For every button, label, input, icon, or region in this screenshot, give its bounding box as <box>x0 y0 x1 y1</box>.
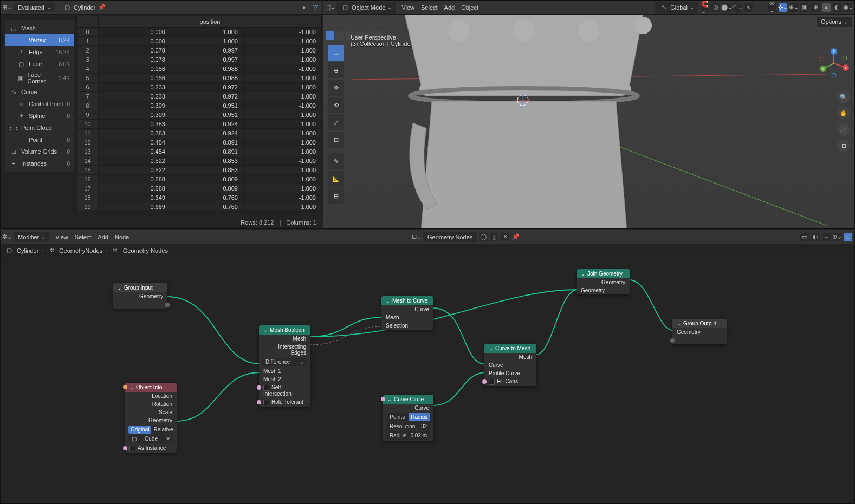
tree-type-dropdown[interactable]: Modifier <box>14 232 50 242</box>
pin-icon[interactable]: 📌 <box>511 233 520 241</box>
table-row[interactable]: 30.0780.9971.000 <box>77 55 322 64</box>
tree-mesh[interactable]: ⬚Mesh <box>5 22 74 34</box>
proportional-falloff-icon[interactable]: ⬤⌄ <box>722 3 731 12</box>
table-row[interactable]: 40.1560.988-1.000 <box>77 64 322 74</box>
menu-view[interactable]: View <box>52 232 72 242</box>
ne-opt1-icon[interactable]: ▭ <box>800 233 809 241</box>
menu-object[interactable]: Object <box>458 3 482 12</box>
shading-render-icon[interactable]: ◉⌄ <box>844 3 852 12</box>
transform-tool[interactable]: ⊡ <box>328 132 344 148</box>
sel-mode-1[interactable] <box>326 31 334 40</box>
table-row[interactable]: 170.5880.8091.000 <box>77 184 322 193</box>
tree-curve[interactable]: ∿Curve <box>5 86 74 98</box>
table-row[interactable]: 20.0780.997-1.000 <box>77 46 322 55</box>
unlink-icon[interactable]: ✕ <box>501 233 509 241</box>
menu-select[interactable]: Select <box>418 3 441 12</box>
breadcrumb-item[interactable]: GeometryNodes <box>59 247 102 254</box>
add-tool[interactable]: ⊞ <box>328 188 344 204</box>
table-row[interactable]: 130.4540.8911.000 <box>77 147 322 156</box>
camera-button[interactable]: 🎥 <box>837 123 850 136</box>
table-row[interactable]: 60.2330.972-1.000 <box>77 83 322 92</box>
eval-mode-dropdown[interactable]: Evaluated <box>14 3 55 12</box>
table-row[interactable]: 50.1560.9881.000 <box>77 74 322 83</box>
table-row[interactable]: 180.6490.760-1.000 <box>77 193 322 202</box>
breadcrumb-item[interactable]: Cylinder <box>17 247 38 254</box>
pan-button[interactable]: ✋ <box>837 107 850 120</box>
ne-opt3-icon[interactable]: ↔ <box>822 233 831 241</box>
node-curve-to-mesh[interactable]: Curve to Mesh Mesh Curve Profile Curve F… <box>484 344 536 386</box>
fake-shield-icon[interactable]: ◯ <box>479 233 488 241</box>
misc2-icon[interactable]: ∿ <box>744 3 753 12</box>
tree-edge[interactable]: /Edge16.2K <box>5 46 74 58</box>
menu-view[interactable]: View <box>398 3 418 12</box>
table-row[interactable]: 150.5220.8531.000 <box>77 166 322 175</box>
snap-icon[interactable]: 🧲⌄ <box>701 3 709 12</box>
breadcrumb-item[interactable]: Geometry Nodes <box>123 247 168 254</box>
table-row[interactable]: 140.5220.853-1.000 <box>77 156 322 166</box>
tree-instances[interactable]: +Instances0 <box>5 158 74 169</box>
ne-opt2-icon[interactable]: ◐ <box>811 233 820 241</box>
mode-dropdown[interactable]: ▢Object Mode <box>336 2 396 14</box>
orientation-dropdown[interactable]: ⤡Global <box>655 2 698 14</box>
tree-control-point[interactable]: ○Control Point0 <box>5 98 74 110</box>
xray-icon[interactable]: ▣ <box>800 3 809 12</box>
filter-icon[interactable]: ▽ <box>311 3 320 12</box>
editor-type-icon[interactable]: ⊞⌄ <box>3 3 11 12</box>
table-row[interactable]: 10.0001.0001.000 <box>77 37 322 46</box>
table-row[interactable]: 120.4540.891-1.000 <box>77 138 322 147</box>
shading-matprev-icon[interactable]: ◐ <box>833 3 841 12</box>
move-tool[interactable]: ✥ <box>328 80 344 96</box>
node-curve-circle[interactable]: Curve Circle Curve PointsRadius Resoluti… <box>383 395 433 441</box>
table-row[interactable]: 110.3830.9241.000 <box>77 129 322 138</box>
node-join-geometry[interactable]: Join Geometry Geometry Geometry <box>577 269 630 294</box>
ne-opt4-icon[interactable]: ⊕⌄ <box>833 233 841 241</box>
measure-tool[interactable]: 📐 <box>328 171 344 187</box>
node-object-info[interactable]: Object Info Location Rotation Scale Geom… <box>125 383 177 453</box>
table-row[interactable]: 100.3830.924-1.000 <box>77 120 322 129</box>
menu-add[interactable]: Add <box>94 232 112 242</box>
editor-type-icon[interactable]: ✲⌄ <box>3 233 11 241</box>
annotate-tool[interactable]: ✎ <box>328 153 344 169</box>
node-canvas[interactable]: Group Input Geometry Object Info Locatio… <box>1 257 854 503</box>
pin-icon[interactable]: 📌 <box>98 3 106 12</box>
tree-point[interactable]: ·Point0 <box>5 134 74 146</box>
node-mesh-to-curve[interactable]: Mesh to Curve Curve Mesh Selection <box>381 296 433 330</box>
rotate-tool[interactable]: ⟲ <box>328 97 344 113</box>
zoom-button[interactable]: 🔍 <box>837 90 850 103</box>
data-grid[interactable]: position00.0001.000-1.00010.0001.0001.00… <box>76 16 322 217</box>
menu-add[interactable]: Add <box>441 3 458 12</box>
table-row[interactable]: 190.6690.7601.000 <box>77 202 322 212</box>
tree-vertex[interactable]: ·Vertex8.2K <box>5 34 74 46</box>
sel-mode-2[interactable] <box>335 31 344 40</box>
browse-nodetree-icon[interactable]: ⊞⌄ <box>412 233 421 241</box>
overlay-icon[interactable]: ⊕⌄ <box>789 3 798 12</box>
menu-select[interactable]: Select <box>72 232 95 242</box>
select-tool[interactable]: ▭ <box>328 45 344 61</box>
tree-spline[interactable]: ✦Spline0 <box>5 110 74 122</box>
persp-button[interactable]: ⊞ <box>837 139 850 152</box>
scale-tool[interactable]: ⤢ <box>328 114 344 130</box>
ne-opt5-icon[interactable]: ⊙ <box>844 233 852 241</box>
node-mesh-boolean[interactable]: Mesh Boolean Mesh Intersecting Edges Dif… <box>259 325 310 407</box>
tree-point-cloud[interactable]: ⋮⋮Point Cloud <box>5 122 74 134</box>
visibility-icon[interactable]: 👁⌄ <box>768 3 776 12</box>
gizmo-toggle-icon[interactable]: ⊹⌄ <box>779 3 787 12</box>
node-group-input[interactable]: Group Input Geometry <box>113 283 167 309</box>
tree-face-corner[interactable]: ▣Face Corner2.4K <box>5 70 74 86</box>
proportional-icon[interactable]: ◎ <box>711 3 720 12</box>
table-row[interactable]: 90.3090.9511.000 <box>77 110 322 120</box>
table-row[interactable]: 160.5880.809-1.000 <box>77 175 322 184</box>
cursor-tool[interactable]: ⊕ <box>328 62 344 78</box>
tree-face[interactable]: ▢Face8.0K <box>5 58 74 70</box>
viewport-canvas[interactable]: Options User Perspective (3) Collection … <box>323 15 854 228</box>
table-row[interactable]: 80.3090.951-1.000 <box>77 101 322 110</box>
node-group-output[interactable]: Group Output Geometry <box>672 319 727 344</box>
shading-solid-icon[interactable]: ● <box>822 3 831 12</box>
tree-volume-grids[interactable]: ⊞Volume Grids0 <box>5 146 74 158</box>
nodetree-name[interactable]: Geometry Nodes <box>423 232 477 242</box>
duplicate-icon[interactable]: ⎘ <box>490 233 498 241</box>
table-row[interactable]: 00.0001.000-1.000 <box>77 28 322 37</box>
shading-wire-icon[interactable]: ⊕ <box>811 3 820 12</box>
editor-type-icon[interactable]: ⬚⌄ <box>326 3 334 12</box>
arrow-icon[interactable]: ▸ <box>300 3 309 12</box>
